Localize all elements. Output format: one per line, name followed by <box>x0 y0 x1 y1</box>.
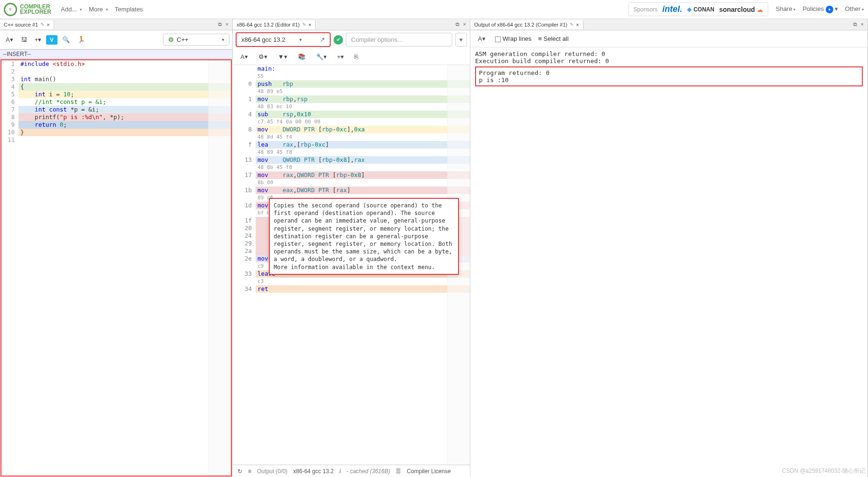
compiler-options-input[interactable]: Compiler options... <box>346 33 452 47</box>
add-button[interactable]: +▾ <box>334 51 347 62</box>
options-dropdown[interactable]: ▾ <box>455 33 467 47</box>
sponsor-intel[interactable]: intel. <box>662 4 682 14</box>
logo-icon: ≡ <box>4 3 17 16</box>
asm-tooltip: Copies the second operand (source operan… <box>269 198 459 275</box>
external-link-icon[interactable]: ↗ <box>320 36 325 43</box>
code-line[interactable]: 11 <box>1 136 231 144</box>
font-button[interactable]: A▾ <box>3 34 16 45</box>
refresh-icon[interactable]: ↻ <box>238 468 242 475</box>
logo-text-2: EXPLORER <box>20 9 51 15</box>
font-button[interactable]: A▾ <box>475 33 488 44</box>
panel-close-icon[interactable]: × <box>463 21 466 28</box>
code-line[interactable]: 1#include <stdio.h> <box>1 60 231 68</box>
asm-line[interactable]: 8mov DWORD PTR [rbp-0xc],0xa <box>233 126 470 133</box>
bars-icon[interactable]: ☰ <box>396 468 401 475</box>
asm-panel: x86-64 gcc 13.2 (Editor #1) ✎ × ⧉ × x86-… <box>233 19 470 477</box>
sponsors-label: Sponsors <box>633 6 658 13</box>
code-line[interactable]: 10} <box>1 129 231 136</box>
save-icon[interactable]: 🖫 <box>18 34 30 45</box>
code-line[interactable]: 9 return 0; <box>1 121 231 129</box>
menu-add[interactable]: Add... <box>61 6 82 13</box>
asm-line[interactable]: 13mov QWORD PTR [rbp-0x8],rax <box>233 156 470 164</box>
asm-statusbar: ↻ ≡ Output (0/0) x86-64 gcc 13.2 i - cac… <box>233 465 470 477</box>
code-line[interactable]: 3int main() <box>1 75 231 83</box>
code-line[interactable]: 4{ <box>1 83 231 91</box>
compiler-label: x86-64 gcc 13.2 <box>241 36 286 43</box>
select-all-button[interactable]: ≡ Select all <box>538 35 569 42</box>
close-icon[interactable]: × <box>47 22 49 28</box>
menu-more[interactable]: More <box>89 6 108 13</box>
gear-icon[interactable]: ⚙▾ <box>256 51 270 62</box>
asm-tab-label: x86-64 gcc 13.2 (Editor #1) <box>237 22 300 28</box>
chevron-down-icon: ▾ <box>222 37 224 42</box>
source-panel: C++ source #1 ✎ × ⧉ × A▾ 🖫 +▾ V 🔍 🏃 ⚙ C+… <box>0 19 233 477</box>
popout-icon[interactable]: ⧉ <box>218 21 222 28</box>
menu-policies[interactable]: Policies ● ▾ <box>802 5 838 13</box>
source-toolbar: A▾ 🖫 +▾ V 🔍 🏃 ⚙ C++ ▾ <box>0 30 232 49</box>
asm-line[interactable]: 1mov rbp,rsp <box>233 95 470 103</box>
compiler-select[interactable]: x86-64 gcc 13.2 ▾ ↗ <box>236 32 331 47</box>
minimap[interactable] <box>208 60 231 476</box>
info-icon[interactable]: i <box>339 468 341 475</box>
menu-templates[interactable]: Templates <box>115 6 143 13</box>
asm-editor[interactable]: main:550push rbp48 89 e51mov rbp,rsp48 8… <box>233 65 470 477</box>
font-button[interactable]: A▾ <box>238 51 251 62</box>
tooltip-text: Copies the second operand (source operan… <box>274 202 452 262</box>
code-line[interactable]: 2 <box>1 68 231 75</box>
wrench-icon[interactable]: 🔧▾ <box>313 51 330 62</box>
panel-close-icon[interactable]: × <box>861 21 864 28</box>
output-tab[interactable]: Output of x86-64 gcc 13.2 (Compiler #1) … <box>470 20 583 29</box>
asm-line[interactable]: 4sub rsp,0x10 <box>233 111 470 118</box>
chevron-down-icon: ▾ <box>299 37 302 42</box>
filter-icon[interactable]: ▼▾ <box>275 51 290 62</box>
output-line: ASM generation compiler returned: 0 <box>475 50 863 57</box>
sponsors-box: Sponsors intel. ◆ CONAN sonarcloud ☁ <box>628 2 768 16</box>
status-ok-icon: ✔ <box>334 35 343 45</box>
edit-icon[interactable]: ✎ <box>302 22 306 27</box>
output-highlight: Program returned: 0 p is :10 <box>475 66 863 86</box>
sponsor-sonar[interactable]: sonarcloud ☁ <box>719 6 763 13</box>
asm-line[interactable]: 0push rbp <box>233 80 470 88</box>
add-pane-button[interactable]: +▾ <box>32 34 45 45</box>
source-editor[interactable]: 1#include <stdio.h>23int main()4{5 int i… <box>0 59 232 477</box>
code-line[interactable]: 7 int const *p = &i; <box>1 106 231 113</box>
topbar: ≡ COMPILER EXPLORER Add... More Template… <box>0 0 868 19</box>
tooltip-more: More information available in the contex… <box>274 264 435 271</box>
cpp-icon: ⚙ <box>168 36 174 43</box>
code-line[interactable]: 6 //int *const p = &i; <box>1 98 231 106</box>
run-icon[interactable]: 🏃 <box>75 34 88 45</box>
source-tab[interactable]: C++ source #1 ✎ × <box>0 20 54 29</box>
edit-icon[interactable]: ✎ <box>570 22 573 27</box>
asm-line[interactable]: main: <box>233 65 470 73</box>
output-tab-label: Output of x86-64 gcc 13.2 (Compiler #1) <box>474 22 567 28</box>
output-line: p is :10 <box>479 76 859 84</box>
vim-button[interactable]: V <box>46 35 57 45</box>
menu-other[interactable]: Other <box>845 5 864 13</box>
language-select[interactable]: ⚙ C++ ▾ <box>163 34 229 46</box>
asm-line[interactable]: 17mov rax,QWORD PTR [rbp-0x8] <box>233 171 470 179</box>
popout-icon[interactable]: ⧉ <box>456 21 459 28</box>
asm-tab[interactable]: x86-64 gcc 13.2 (Editor #1) ✎ × <box>233 20 315 29</box>
output-count[interactable]: Output (0/0) <box>257 468 287 475</box>
code-line[interactable]: 8 printf("p is :%d\n", *p); <box>1 113 231 121</box>
code-line[interactable]: 5 int i = 10; <box>1 91 231 98</box>
logo[interactable]: ≡ COMPILER EXPLORER <box>4 3 51 16</box>
asm-line[interactable]: 34ret <box>233 285 470 293</box>
status-license[interactable]: Compiler License <box>407 468 451 475</box>
close-icon[interactable]: × <box>576 22 579 28</box>
top-menu: Add... More Templates <box>61 6 143 13</box>
menu-share[interactable]: Share <box>776 5 796 13</box>
compile-icon[interactable]: ⎘ <box>352 51 361 62</box>
vim-status: --INSERT-- <box>0 49 232 59</box>
wrap-lines-checkbox[interactable]: Wrap lines <box>495 35 532 42</box>
popout-icon[interactable]: ⧉ <box>853 21 857 28</box>
sponsor-conan[interactable]: ◆ CONAN <box>687 6 715 13</box>
libs-icon[interactable]: 📚 <box>295 51 308 62</box>
close-icon[interactable]: × <box>308 22 311 28</box>
list-icon[interactable]: ≡ <box>248 468 251 475</box>
search-icon[interactable]: 🔍 <box>59 34 73 45</box>
asm-line[interactable]: 1bmov eax,DWORD PTR [rax] <box>233 187 470 194</box>
asm-line[interactable]: flea rax,[rbp-0xc] <box>233 141 470 149</box>
panel-close-icon[interactable]: × <box>226 21 229 28</box>
edit-icon[interactable]: ✎ <box>40 22 44 27</box>
